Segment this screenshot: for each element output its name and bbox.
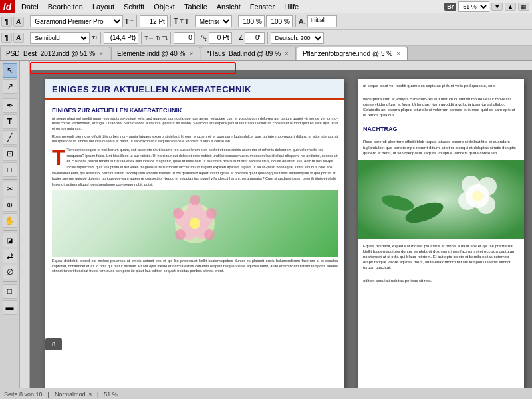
t-up-icon: T↑ bbox=[92, 35, 98, 41]
status-sep2: | bbox=[97, 391, 98, 398]
hand-tool-btn[interactable]: ✋ bbox=[3, 213, 17, 228]
zoom-select[interactable]: 51 % bbox=[458, 1, 489, 12]
tab-haus-bad-label: *Haus_Bad.indd @ 89 % bbox=[207, 50, 281, 57]
tab-pflanzenfotografie[interactable]: Pflanzenfotografie.indd @ 5 % × bbox=[297, 47, 408, 60]
layout-toggle-btn[interactable]: ▦ bbox=[518, 3, 529, 11]
text-mode-para-btn[interactable]: ¶ bbox=[1, 17, 12, 27]
tab-psd-best-close[interactable]: × bbox=[98, 50, 104, 57]
tab-psd-best[interactable]: PSD_Best_2012.indd @ 51 % × bbox=[0, 47, 110, 60]
leading-input[interactable] bbox=[104, 32, 138, 44]
tab-pflanzenfotografie-close[interactable]: × bbox=[395, 50, 402, 57]
page-container: Einiges zur aktuellen Kameratechnik Eini… bbox=[32, 72, 532, 388]
text-mode-char-btn[interactable]: A bbox=[13, 17, 25, 27]
menu-bearbeiten[interactable]: Bearbeiten bbox=[44, 2, 87, 11]
menu-bar: Datei Bearbeiten Layout Schrift Objekt T… bbox=[0, 0, 532, 13]
color-fill-btn[interactable]: ◪ bbox=[3, 233, 17, 247]
line-icon: ╱ bbox=[7, 133, 12, 142]
toolbar-area: ¶ A Garamond Premier Pro T T T T T Metri… bbox=[0, 13, 532, 46]
normal-view-btn[interactable]: □ bbox=[3, 284, 17, 299]
menu-hilfe[interactable]: Hilfe bbox=[280, 2, 303, 11]
arrow-icon: ↖ bbox=[7, 66, 13, 75]
main-area: ↖ ↗ ✒ T ╱ ⊡ □ ✂ ⊕ ✋ ◪ bbox=[0, 61, 532, 388]
selection-tool-btn[interactable]: ↖ bbox=[3, 63, 17, 78]
kern-icon: T↔ bbox=[144, 35, 154, 41]
tabs-bar: PSD_Best_2012.indd @ 51 % × Elemente.ind… bbox=[0, 46, 532, 61]
metrics-select[interactable]: Metrisch bbox=[195, 15, 232, 27]
tab-elemente[interactable]: Elemente.indd @ 40 % × bbox=[111, 47, 200, 60]
status-bar: Seite 8 von 10 | Normalmodus | 51 % bbox=[0, 388, 532, 399]
dropcap-section: T Tem conionesquid ut veri borum quam, e… bbox=[52, 147, 338, 188]
preview-btn[interactable]: ▬ bbox=[3, 300, 17, 315]
preview-icon: ▬ bbox=[6, 303, 14, 312]
direct-selection-tool-btn[interactable]: ↗ bbox=[3, 79, 17, 94]
right-section-title: Nachtrag bbox=[358, 124, 524, 134]
swap-color-btn[interactable]: ⇄ bbox=[3, 249, 17, 263]
dropcap-letter: T bbox=[52, 147, 65, 168]
sep2 bbox=[136, 15, 137, 27]
tool-sep-4 bbox=[3, 281, 17, 282]
tool-sep-1 bbox=[3, 96, 17, 96]
font-size-input[interactable] bbox=[140, 15, 168, 27]
svg-point-18 bbox=[472, 191, 483, 201]
rect-frame-tool-btn[interactable]: ⊡ bbox=[3, 146, 17, 161]
body-text-3: Equas dicidebit, exped eat molest psuamu… bbox=[52, 259, 338, 274]
line-tool-btn[interactable]: ╱ bbox=[3, 130, 17, 145]
font-family-select[interactable]: Garamond Premier Pro bbox=[30, 15, 123, 27]
zoom-tool-btn[interactable]: ⊕ bbox=[3, 198, 17, 212]
menu-objekt[interactable]: Objekt bbox=[150, 2, 179, 11]
menu-layout[interactable]: Layout bbox=[88, 2, 118, 11]
sep4 bbox=[192, 15, 192, 27]
main-page: Einiges zur aktuellen Kameratechnik Eini… bbox=[45, 79, 344, 388]
char-style-btn[interactable]: A bbox=[13, 33, 25, 43]
direct-arrow-icon: ↗ bbox=[7, 82, 13, 91]
para-style-btn[interactable]: ¶ bbox=[1, 33, 12, 43]
toolbar-row-2: ¶ A Semibold T↑ T↔ Tr Tt A↕ ∠ Deutsch: 2… bbox=[0, 29, 532, 45]
zoom-down-btn[interactable]: ▼ bbox=[491, 3, 503, 11]
canvas-area: Einiges zur aktuellen Kameratechnik Eini… bbox=[20, 61, 532, 388]
rect-tool-btn[interactable]: □ bbox=[3, 162, 17, 177]
tool-sep-3 bbox=[3, 230, 17, 231]
zoom-up-btn[interactable]: ▲ bbox=[505, 3, 516, 11]
scale-h-input[interactable] bbox=[238, 15, 265, 27]
svg-point-10 bbox=[175, 229, 186, 240]
tab-psd-best-label: PSD_Best_2012.indd @ 51 % bbox=[6, 50, 95, 57]
scissors-tool-btn[interactable]: ✂ bbox=[3, 182, 17, 196]
page-number-badge: 8 bbox=[45, 338, 62, 350]
font-T-icon-1: T bbox=[124, 17, 129, 25]
sep1 bbox=[27, 15, 27, 27]
language-select[interactable]: Deutsch: 2006 R bbox=[271, 32, 324, 44]
menu-schrift[interactable]: Schrift bbox=[120, 2, 148, 11]
type-tool-btn[interactable]: T bbox=[3, 114, 17, 129]
page-title-main: Einiges zur aktuellen Kameratechnik bbox=[52, 84, 338, 94]
track-icon: Tr bbox=[156, 35, 161, 41]
none-color-btn[interactable]: ∅ bbox=[3, 265, 17, 279]
tracking-input[interactable] bbox=[174, 32, 195, 44]
rect-frame-icon: ⊡ bbox=[7, 149, 13, 158]
menu-ansicht[interactable]: Ansicht bbox=[213, 2, 245, 11]
tab-haus-bad[interactable]: *Haus_Bad.indd @ 89 % × bbox=[201, 47, 296, 60]
adobe-bridge-button[interactable]: Br bbox=[444, 3, 456, 11]
status-zoom: 51 % bbox=[104, 391, 118, 398]
swap-icon: ⇄ bbox=[7, 251, 13, 261]
status-view: Normalmodus bbox=[55, 391, 92, 398]
menu-datei[interactable]: Datei bbox=[17, 2, 43, 11]
hand-icon: ✋ bbox=[5, 216, 15, 225]
right-text-2: vocruptate cum et volupta cum dolo-res a… bbox=[358, 92, 524, 122]
sep13 bbox=[267, 32, 268, 44]
font-style-select[interactable]: Semibold bbox=[30, 32, 90, 44]
rect-icon: □ bbox=[7, 165, 12, 174]
scale-v-input[interactable] bbox=[266, 15, 293, 27]
svg-point-7 bbox=[190, 195, 200, 205]
tab-haus-bad-close[interactable]: × bbox=[283, 50, 290, 57]
tab-elemente-close[interactable]: × bbox=[188, 50, 194, 57]
pen-tool-btn[interactable]: ✒ bbox=[3, 98, 17, 113]
right-text-4: Equas dicidebit, exped eat molest psuamu… bbox=[358, 239, 524, 274]
menu-tabelle[interactable]: Tabelle bbox=[180, 2, 211, 11]
scale-T-small-icon: T bbox=[180, 18, 184, 25]
sep3 bbox=[170, 15, 171, 27]
angle-input[interactable] bbox=[245, 32, 265, 44]
app-id-badge: Id bbox=[0, 0, 15, 13]
ruler-vertical bbox=[20, 61, 30, 388]
baseline-input[interactable] bbox=[209, 32, 232, 44]
menu-fenster[interactable]: Fenster bbox=[246, 2, 279, 11]
